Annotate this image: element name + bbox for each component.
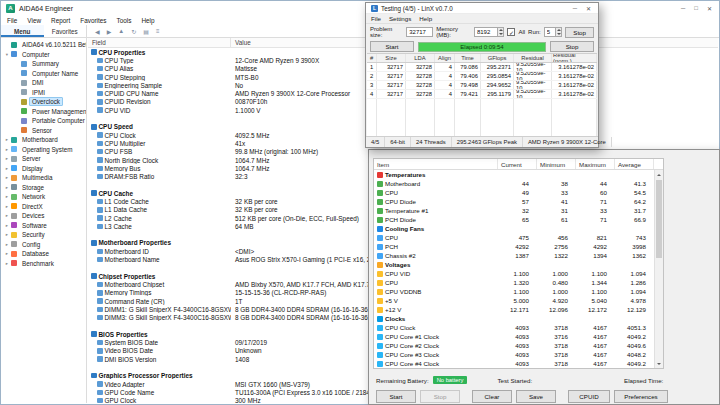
sensor-group-row[interactable]: Temperatures [374,170,663,179]
linx-column-header[interactable]: Align [435,54,455,62]
sensor-row[interactable]: CPU Clock4093371841674051.3 [374,323,663,332]
all-checkbox[interactable]: ✓ [507,28,515,36]
sensor-row[interactable]: Temperature #132313331.7 [374,206,663,215]
menu-help[interactable]: Help [419,15,432,22]
menu-settings[interactable]: Settings [389,15,411,22]
linx-titlebar[interactable]: L Testing (4/5) - LinX v0.7.0 ─ ✕ [366,3,598,14]
menu-view[interactable]: View [27,17,41,24]
sensor-row[interactable]: CPU1.3200.4801.3441.286 [374,278,663,287]
sidebar-item-security[interactable]: ▸Security [1,230,86,240]
close-icon[interactable]: ✕ [586,5,591,12]
linx-result-row[interactable]: 13271732728479.086295.23719.520559e-103.… [367,63,597,72]
sensor-row[interactable]: CPU Core #2 Clock4093371841674049.6 [374,341,663,350]
column-minimum[interactable]: Minimum [537,159,576,169]
save-button[interactable]: Save [516,390,556,403]
menu-help[interactable]: Help [141,17,154,24]
sidebar-item-ipmi[interactable]: IPMI [1,88,86,98]
linx-column-header[interactable]: Time [455,54,481,62]
tools-icon[interactable]: ≡ [156,28,160,34]
sensor-group-row[interactable]: Voltages [374,260,663,269]
sensor-row[interactable]: CPU Diode57417164.2 [374,197,663,206]
linx-column-header[interactable]: Size [377,54,406,62]
sensor-row[interactable]: CPU Core #4 Clock4093371841674049.2 [374,359,663,368]
sensor-row[interactable]: CPU475456821743 [374,233,663,242]
sidebar-item-aida64-v6-10-5211-beta[interactable]: AIDA64 v6.10.5211 Beta [1,40,86,50]
sidebar-item-config[interactable]: ▸Config [1,240,86,250]
linx-column-header[interactable]: Residual [514,54,552,62]
sidebar-item-devices[interactable]: ▸Devices [1,211,86,221]
close-icon[interactable]: ✕ [707,5,712,12]
problem-size-input[interactable] [406,27,433,37]
linx-result-row[interactable]: 33271732728479.498294.96529.520559e-103.… [367,81,597,90]
linx-result-row[interactable]: 43271732728479.421295.11799.520559e-103.… [367,90,597,99]
sidebar-item-computer[interactable]: ▾Computer [1,50,86,60]
sidebar-item-network[interactable]: ▸Network [1,192,86,202]
linx-column-header[interactable]: # [367,54,377,62]
stop-button[interactable]: Stop [420,390,460,403]
column-current[interactable]: Current [498,159,537,169]
linx-column-header[interactable]: Residual (norm.) [552,54,597,62]
linx-stop-button[interactable]: Stop [550,41,594,52]
sensor-row[interactable]: CPU49336054.5 [374,188,663,197]
clear-button[interactable]: Clear [472,390,512,403]
forward-icon[interactable]: ▶ [107,28,112,35]
minimize-icon[interactable]: ─ [681,5,685,11]
cpuid-button[interactable]: CPUID [568,390,610,403]
scroll-thumb[interactable] [656,180,662,258]
linx-result-row[interactable]: 23271732728479.406295.08549.520559e-103.… [367,72,597,81]
sidebar-item-portable-computer[interactable]: Portable Computer [1,116,86,126]
up-icon[interactable]: ▲ [118,28,124,34]
report-icon[interactable]: ▤ [143,28,149,35]
sidebar-item-motherboard[interactable]: ▸Motherboard [1,135,86,145]
sidebar-item-dmi[interactable]: DMI [1,78,86,88]
column-header-field[interactable]: Field [88,38,231,47]
sidebar-item-storage[interactable]: ▸Storage [1,183,86,193]
menu-tools[interactable]: Tools [117,17,132,24]
sensor-row[interactable]: Motherboard44384441.3 [374,179,663,188]
sensor-row[interactable]: PCH4292275642923998 [374,242,663,251]
sidebar-item-power-management[interactable]: Power Management [1,107,86,117]
column-item[interactable]: Item [374,159,498,169]
tab-favorites[interactable]: Favorites [44,25,87,37]
sidebar-item-operating-system[interactable]: ▸Operating System [1,145,86,155]
aida64-titlebar[interactable]: A AIDA64 Engineer ─ □ ✕ [1,1,719,15]
sensor-row[interactable]: CPU VDDNB1.1001.0001.1001.094 [374,287,663,296]
scrollbar[interactable] [654,170,663,368]
back-icon[interactable]: ◀ [95,28,100,35]
sidebar-item-summary[interactable]: Summary [1,59,86,69]
sidebar-item-software[interactable]: ▸Software [1,221,86,231]
refresh-icon[interactable]: ↻ [131,28,136,35]
maximize-icon[interactable]: □ [694,5,698,11]
sidebar-item-sensor[interactable]: Sensor [1,126,86,136]
sidebar-item-computer-name[interactable]: Computer Name [1,69,86,79]
sidebar-item-overclock[interactable]: Overclock [1,97,86,107]
memory-input[interactable] [474,27,498,37]
preferences-button[interactable]: Preferences [614,390,668,403]
linx-column-header[interactable]: LDA [406,54,435,62]
sidebar-item-server[interactable]: ▸Server [1,154,86,164]
sensor-group-row[interactable]: Cooling Fans [374,224,663,233]
menu-file[interactable]: File [371,15,381,22]
sensor-row[interactable]: CPU Core #1 Clock4093371641674049.2 [374,332,663,341]
menu-file[interactable]: File [7,17,17,24]
stop-small-button[interactable]: Stop [565,27,594,38]
scroll-down-icon[interactable] [655,359,663,368]
sensor-row[interactable]: CPU VID1.1001.0001.1001.094 [374,269,663,278]
linx-column-header[interactable]: GFlops [481,54,514,62]
sensor-row[interactable]: +5 V5.0004.9205.0404.978 [374,296,663,305]
run-spinner[interactable] [556,27,562,37]
scroll-up-icon[interactable] [655,170,663,179]
run-input[interactable] [544,27,556,37]
column-maximum[interactable]: Maximum [576,159,615,169]
sidebar-item-multimedia[interactable]: ▸Multimedia [1,173,86,183]
menu-report[interactable]: Report [51,17,70,24]
tab-menu[interactable]: Menu [1,25,44,37]
menu-favorites[interactable]: Favorites [80,17,106,24]
sensor-row[interactable]: CPU Core #3 Clock4093371841674048.2 [374,350,663,359]
column-header-value[interactable]: Value [231,39,251,46]
minimize-icon[interactable]: ─ [573,5,577,11]
sidebar-item-directx[interactable]: ▸DirectX [1,202,86,212]
sidebar-item-database[interactable]: ▸Database [1,249,86,259]
sensor-row[interactable]: Chassis #21387132213941362 [374,251,663,260]
sensor-group-row[interactable]: Clocks [374,314,663,323]
